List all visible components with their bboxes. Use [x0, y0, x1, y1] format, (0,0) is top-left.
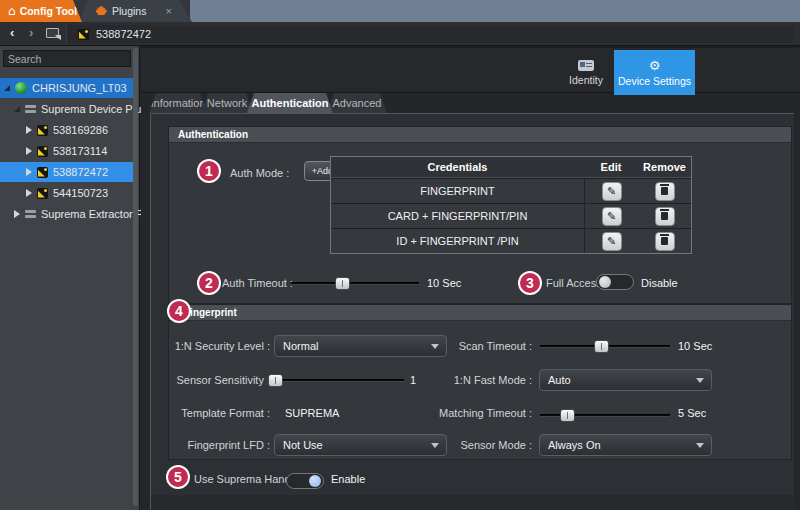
tree-item-device-544150723[interactable]: 544150723 [0, 183, 133, 203]
tree-item-device-538173114[interactable]: 538173114 [0, 141, 133, 161]
tree-item-host[interactable]: CHRISJUNG_LT03 [0, 78, 133, 98]
expander-closed-icon[interactable] [26, 189, 32, 197]
edit-button[interactable]: ✎ [602, 232, 622, 251]
fingerprint-lfd-value: Not Use [283, 439, 323, 451]
sensor-mode-dropdown[interactable]: Always On [539, 434, 712, 456]
tab-authentication-label: Authentication [252, 97, 329, 109]
device-icon [37, 188, 48, 199]
tree-item-device-plugin[interactable]: Suprema Device Plugin [0, 99, 133, 119]
tab-plugins[interactable]: Plugins × [80, 0, 192, 22]
credential-value: ID + FINGERPRINT /PIN [331, 235, 584, 247]
table-row: FINGERPRINT ✎ [331, 178, 691, 203]
remove-button[interactable] [655, 182, 675, 201]
edit-button[interactable]: ✎ [602, 207, 622, 226]
back-icon[interactable]: ‹ [10, 25, 14, 40]
sensor-sensitivity-label: Sensor Sensitivity : [169, 372, 270, 388]
matching-timeout-value: 5 Sec [678, 405, 706, 421]
full-access-state: Disable [641, 275, 678, 291]
annotation-circle-1: 1 [197, 159, 221, 183]
search-input[interactable] [4, 53, 143, 65]
edit-button[interactable]: ✎ [602, 182, 622, 201]
tab-information-label: Information [150, 97, 205, 109]
device-icon [78, 29, 89, 40]
credentials-table-header: Credentials Edit Remove [331, 157, 691, 178]
tree-item-label: CHRISJUNG_LT03 [32, 82, 127, 94]
close-icon[interactable]: × [165, 6, 171, 17]
titlebar: ⌂ Config Tool Plugins × [0, 0, 800, 22]
identity-button[interactable]: Identity [561, 52, 611, 93]
device-settings-button[interactable]: ⚙ Device Settings [614, 50, 695, 95]
expander-closed-icon[interactable] [26, 147, 32, 155]
security-level-dropdown[interactable]: Normal [274, 335, 447, 357]
plugin-icon [25, 210, 36, 218]
slider-track [268, 379, 404, 382]
tab-config-tool-label: Config Tool [20, 5, 78, 17]
template-format-label: Template Format : [169, 405, 270, 421]
authentication-section-header: Authentication [169, 127, 791, 143]
remove-button[interactable] [655, 232, 675, 251]
col-remove: Remove [638, 161, 691, 173]
annotation-circle-2: 2 [197, 271, 221, 295]
template-format-value: SUPREMA [285, 405, 339, 421]
slider-thumb[interactable] [594, 340, 609, 353]
sidebar-scrollbar[interactable] [133, 48, 138, 506]
tab-advanced-label: Advanced [333, 97, 382, 109]
annotation-circle-4: 4 [167, 299, 191, 323]
sensor-sensitivity-slider[interactable] [268, 374, 404, 387]
col-edit: Edit [584, 161, 638, 173]
breadcrumb[interactable]: 538872472 [66, 25, 794, 43]
auth-mode-label: Auth Mode : [230, 165, 289, 181]
authentication-section: Authentication 1 Auth Mode : +Add Creden… [168, 126, 792, 304]
matching-timeout-slider[interactable] [540, 409, 670, 422]
device-icon [37, 125, 48, 136]
annotation-circle-3: 3 [518, 271, 542, 295]
security-level-label: 1:N Security Level : [169, 338, 270, 354]
device-toolbar: Identity ⚙ Device Settings [141, 46, 800, 93]
expander-open-icon[interactable] [4, 85, 10, 91]
remove-button[interactable] [655, 207, 675, 226]
scan-timeout-slider[interactable] [540, 340, 670, 353]
tab-authentication[interactable]: Authentication [247, 93, 333, 113]
navigation-bar: ‹ › 538872472 [0, 22, 800, 46]
trash-icon [661, 212, 668, 220]
sensor-mode-label: Sensor Mode : [432, 437, 532, 453]
security-level-value: Normal [283, 340, 318, 352]
expander-open-icon[interactable] [14, 106, 20, 112]
config-tool-window: ⌂ Config Tool Plugins × ‹ › 538872472 [0, 0, 800, 510]
authentication-tab-panel: Authentication 1 Auth Mode : +Add Creden… [150, 113, 794, 510]
forward-icon[interactable]: › [29, 25, 33, 40]
tab-advanced[interactable]: Advanced [327, 93, 387, 113]
expander-closed-icon[interactable] [14, 210, 20, 218]
tree-item-device-538872472-selected[interactable]: 538872472 [0, 162, 133, 182]
open-window-icon[interactable] [46, 28, 59, 38]
tab-network-label: Network [207, 97, 247, 109]
pencil-icon: ✎ [607, 236, 616, 247]
tree-item-label: 538173114 [53, 145, 107, 157]
fingerprint-lfd-dropdown[interactable]: Not Use [274, 434, 447, 456]
slider-thumb[interactable] [560, 409, 575, 422]
fast-mode-label: 1:N Fast Mode : [432, 372, 532, 388]
table-row: CARD + FINGERPRINT/PIN ✎ [331, 203, 691, 228]
tab-config-tool[interactable]: ⌂ Config Tool [0, 0, 82, 22]
table-row: ID + FINGERPRINT /PIN ✎ [331, 228, 691, 253]
pencil-icon: ✎ [607, 211, 616, 222]
expander-closed-icon[interactable] [26, 126, 32, 134]
tab-network[interactable]: Network [201, 93, 253, 113]
auth-timeout-slider[interactable] [291, 277, 419, 290]
expander-closed-icon[interactable] [26, 168, 32, 176]
full-access-toggle[interactable] [596, 274, 634, 290]
content-area: Identity ⚙ Device Settings Information N… [141, 46, 800, 510]
col-credentials: Credentials [331, 161, 584, 173]
tab-information[interactable]: Information [149, 93, 207, 113]
tree-item-extractor-plugin[interactable]: Suprema Extractor Plugin [0, 204, 133, 224]
use-suprema-handler-state: Enable [331, 471, 365, 487]
slider-thumb[interactable] [335, 277, 350, 290]
tree-item-device-538169286[interactable]: 538169286 [0, 120, 133, 140]
fast-mode-value: Auto [548, 374, 571, 386]
authentication-section-body: 1 Auth Mode : +Add Credentials Edit Remo… [169, 143, 791, 303]
slider-thumb[interactable] [268, 374, 283, 387]
use-suprema-handler-toggle[interactable] [286, 473, 324, 489]
fast-mode-dropdown[interactable]: Auto [539, 369, 712, 391]
trash-icon [661, 237, 668, 245]
device-icon [37, 146, 48, 157]
